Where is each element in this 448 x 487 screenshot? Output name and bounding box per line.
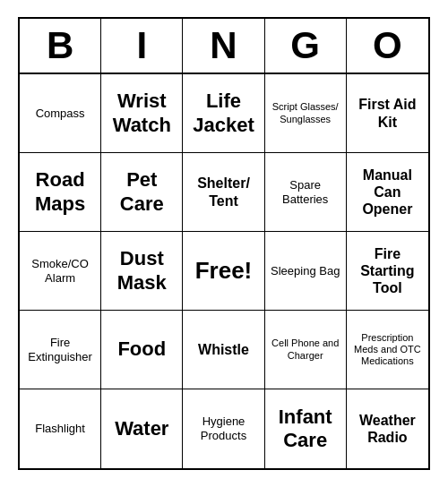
bingo-header: BINGO (20, 19, 428, 74)
bingo-cell: Cell Phone and Charger (265, 311, 347, 389)
header-letter: O (347, 19, 428, 73)
cell-text: Compass (36, 107, 85, 121)
cell-text: Wrist Watch (105, 90, 178, 137)
cell-text: Infant Care (269, 406, 342, 453)
cell-text: Smoke/CO Alarm (23, 257, 97, 285)
header-letter: I (101, 19, 183, 73)
bingo-card: BINGO CompassWrist WatchLife JacketScrip… (18, 17, 430, 470)
bingo-cell: Free! (183, 232, 264, 311)
cell-text: Life Jacket (186, 90, 260, 137)
cell-text: Food (117, 337, 166, 361)
cell-text: Cell Phone and Charger (269, 337, 342, 361)
cell-text: Whistle (198, 341, 249, 358)
bingo-cell: Food (101, 311, 183, 389)
bingo-cell: Script Glasses/ Sunglasses (265, 74, 347, 153)
cell-text: Fire Starting Tool (350, 245, 425, 297)
bingo-cell: Fire Starting Tool (347, 232, 428, 311)
cell-text: Dust Mask (105, 247, 178, 295)
cell-text: Pet Care (105, 168, 178, 216)
bingo-cell: Weather Radio (347, 389, 428, 468)
cell-text: Shelter/ Tent (186, 175, 260, 209)
bingo-cell: Infant Care (265, 389, 347, 468)
header-letter: N (183, 19, 264, 73)
cell-text: Water (115, 417, 168, 440)
cell-text: Free! (195, 257, 253, 285)
cell-text: Prescription Meds and OTC Medications (350, 332, 425, 368)
bingo-cell: Compass (20, 74, 101, 153)
cell-text: Manual Can Opener (350, 167, 425, 218)
bingo-cell: Whistle (183, 311, 264, 389)
bingo-cell: Prescription Meds and OTC Medications (347, 311, 428, 389)
bingo-cell: Wrist Watch (101, 74, 183, 153)
cell-text: Weather Radio (350, 412, 425, 446)
bingo-cell: Flashlight (20, 389, 101, 468)
bingo-cell: Shelter/ Tent (183, 153, 264, 232)
header-letter: G (265, 19, 347, 73)
cell-text: Spare Batteries (269, 178, 342, 206)
cell-text: Road Maps (23, 168, 97, 216)
bingo-cell: Road Maps (20, 153, 101, 232)
cell-text: Fire Extinguisher (23, 336, 97, 363)
bingo-cell: Fire Extinguisher (20, 311, 101, 389)
bingo-cell: First Aid Kit (347, 74, 428, 153)
bingo-grid: CompassWrist WatchLife JacketScript Glas… (20, 74, 428, 468)
bingo-cell: Life Jacket (183, 74, 264, 153)
cell-text: Script Glasses/ Sunglasses (269, 101, 342, 124)
bingo-cell: Manual Can Opener (347, 153, 428, 232)
header-letter: B (20, 19, 101, 73)
cell-text: Flashlight (35, 422, 85, 436)
bingo-cell: Dust Mask (101, 232, 183, 311)
cell-text: First Aid Kit (350, 96, 425, 130)
bingo-cell: Water (101, 389, 183, 468)
cell-text: Sleeping Bag (271, 264, 340, 278)
cell-text: Hygiene Products (186, 414, 260, 442)
bingo-cell: Smoke/CO Alarm (20, 232, 101, 311)
bingo-cell: Spare Batteries (265, 153, 347, 232)
bingo-cell: Pet Care (101, 153, 183, 232)
bingo-cell: Hygiene Products (183, 389, 264, 468)
bingo-cell: Sleeping Bag (265, 232, 347, 311)
